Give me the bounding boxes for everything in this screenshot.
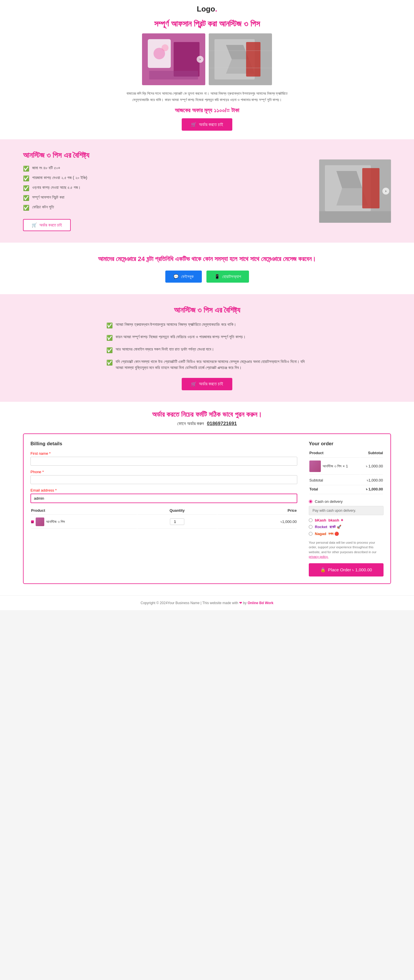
features-section: আনস্টিজ ৩ পিস এর বৈশিষ্ট্য ✅ জামা লং ৪৮ … <box>0 139 414 243</box>
feature-item-2: ✅ পায়জামা কাপড় দেওয়া ২.৫ গজ ( ২০ ইঞ্চ… <box>23 175 308 181</box>
billing-title: Billing details <box>30 441 297 447</box>
cod-radio[interactable] <box>309 500 312 503</box>
phone-label: Phone * <box>30 470 297 474</box>
hero-section: সম্পূর্ণ আফসান প্রিন্ট করা আনস্টিজ ৩ পিস… <box>0 16 414 139</box>
billing-product-row: × আনস্টিজ ৩ পিস ৳1,000.00 <box>31 515 297 529</box>
whatsapp-button[interactable]: 📱 হোয়াটসঅ্যাপ <box>206 270 249 283</box>
logo-dot: . <box>215 5 217 13</box>
order-product-row: আনস্টিজ ৩ পিস × 1 ৳ 1,000.00 <box>309 458 383 475</box>
payment-cod: Cash on delivery <box>309 500 384 504</box>
features2-order-button[interactable]: 🛒 অর্ডার করতে চাই <box>182 378 233 390</box>
total-label: Total <box>309 486 360 494</box>
payment-options: Cash on delivery Pay with cash upon deli… <box>309 500 384 536</box>
billing-price-col: Price <box>217 508 297 515</box>
phone-number: 01869721691 <box>207 421 237 426</box>
billing-section: Billing details First name * Phone * Ema… <box>30 441 297 576</box>
order-table: Product Subtotal <box>309 450 384 495</box>
offer-price: আজকের অফার মূল্য ১১০০/= টাকা <box>23 107 391 114</box>
privacy-link[interactable]: privacy policy. <box>309 555 328 558</box>
hero-title: সম্পূর্ণ আফসান প্রিন্ট করা আনস্টিজ ৩ পিস <box>23 19 391 29</box>
bkash-radio[interactable] <box>309 519 312 522</box>
features-left: আনস্টিজ ৩ পিস এর বৈশিষ্ট্য ✅ জামা লং ৪৮ … <box>23 151 308 231</box>
phone-input[interactable] <box>30 475 297 484</box>
check2-icon-3: ✅ <box>106 346 113 355</box>
features2-title: আনস্টিজ ৩ পিস এর বৈশিষ্ট্য <box>23 305 391 315</box>
check-icon-3: ✅ <box>23 185 29 191</box>
check2-icon-1: ✅ <box>106 321 113 330</box>
features-image: › <box>319 159 391 223</box>
hero-order-button[interactable]: 🛒 অর্ডার করতে চাই <box>182 118 233 130</box>
hero-image-right <box>209 33 272 85</box>
feature-item-3: ✅ ওড়নার কাপড় দেওয়া আছে ৫.৫ গজ। <box>23 185 308 191</box>
check-icon-5: ✅ <box>23 205 29 211</box>
rocket-label[interactable]: Rocket রকেট 🚀 <box>315 525 341 529</box>
total-row: Total ৳ 1,000.00 <box>309 486 383 494</box>
features2-item-1: ✅ আমরা নিজস্ব ত্রুয়াবদ্ধান উপনায়দপুরে … <box>106 321 308 330</box>
features-order-button[interactable]: 🛒 অর্ডার করতে চাই <box>23 219 71 231</box>
check-icon-4: ✅ <box>23 195 29 201</box>
billing-product-table: Product Quantity Price <box>30 508 297 529</box>
features2-item-3: ✅ আর আমাদের মোবাইল নম্বরে সকল দিনই হাত র… <box>106 346 308 355</box>
features-right: › <box>319 159 391 223</box>
nagad-radio[interactable] <box>309 532 312 536</box>
order-section: অর্ডার করতে নিচের ফর্মটি সঠিক ভাবে পুরন … <box>0 402 414 595</box>
first-name-label: First name * <box>30 451 297 456</box>
svg-rect-5 <box>149 71 198 80</box>
nagad-logo-icon: নগদ 🔴 <box>328 531 339 536</box>
bkash-label[interactable]: bKash bkash ✦ <box>315 518 344 522</box>
hero-images: › <box>23 33 391 85</box>
payment-nagad: Nagad নগদ 🔴 <box>309 531 384 536</box>
footer: Copyright © 2024Your Business Name | Thi… <box>0 595 414 610</box>
footer-brand[interactable]: Online Bd Work <box>247 601 273 605</box>
payment-rocket: Rocket রকেট 🚀 <box>309 525 384 529</box>
cod-label[interactable]: Cash on delivery <box>315 500 343 504</box>
hero-image-right-placeholder <box>209 33 272 85</box>
features-carousel-right-arrow[interactable]: › <box>382 188 389 194</box>
subtotal-label: Subtotal <box>309 475 360 485</box>
place-order-button[interactable]: 🔒 Place Order ৳ 1,000.00 <box>309 563 384 576</box>
hero-image-left-placeholder <box>142 33 205 85</box>
payment-bkash: bKash bkash ✦ <box>309 518 384 522</box>
order-form-container: Billing details First name * Phone * Ema… <box>23 433 391 584</box>
rocket-radio[interactable] <box>309 525 312 529</box>
check-icon-2: ✅ <box>23 175 29 181</box>
footer-love: ❤ <box>239 601 242 605</box>
quantity-input[interactable] <box>170 519 184 525</box>
billing-product-thumb <box>36 517 44 526</box>
order-subtotal-col-header: Subtotal <box>360 451 383 458</box>
hero-carousel-right-arrow[interactable]: › <box>197 56 203 63</box>
svg-rect-17 <box>362 168 379 208</box>
features2-item-4: ✅ যদি প্রোডাক্টে কোন সমস্যা থাকে উড প্রো… <box>106 359 308 371</box>
order-form-grid: Billing details First name * Phone * Ema… <box>30 441 384 576</box>
cart-icon: 🛒 <box>191 122 197 127</box>
order-product-name: আনস্টিজ ৩ পিস × 1 <box>309 458 360 475</box>
svg-point-3 <box>162 45 168 51</box>
logo-bar: Logo. <box>0 0 414 16</box>
feature-item-5: ✅ ফেরিচা কটন সুতি <box>23 205 308 211</box>
features2-section: আনস্টিজ ৩ পিস এর বৈশিষ্ট্য ✅ আমরা নিজস্ব… <box>0 294 414 402</box>
footer-by: by <box>243 601 247 605</box>
cta-buttons: 💬 ফেইসবুক 📱 হোয়াটসঅ্যাপ <box>23 270 391 283</box>
cta-title: আমাদের মেসেন্ঞারে 24 ঘন্টা প্রতিনিধি একট… <box>23 254 391 264</box>
billing-product-name: × আনস্টিজ ৩ পিস <box>31 515 137 529</box>
billing-remove-icon[interactable]: × <box>31 520 34 523</box>
subtotal-value: ৳1,000.00 <box>360 475 383 485</box>
messenger-icon: 💬 <box>173 274 179 279</box>
cart-icon-features2: 🛒 <box>191 381 197 387</box>
email-input[interactable] <box>30 493 297 503</box>
first-name-group: First name * <box>30 451 297 466</box>
facebook-button[interactable]: 💬 ফেইসবুক <box>165 270 202 283</box>
logo-text: Logo. <box>197 5 217 13</box>
features-title: আনস্টিজ ৩ পিস এর বৈশিষ্ট্য <box>23 151 308 160</box>
whatsapp-icon: 📱 <box>214 274 220 279</box>
billing-price-cell: ৳1,000.00 <box>217 515 297 529</box>
order-product-text: আনস্টিজ ৩ পিস × 1 <box>323 464 348 469</box>
svg-rect-10 <box>246 42 260 76</box>
first-name-input[interactable] <box>30 457 297 466</box>
email-label: Email address * <box>30 488 297 492</box>
nagad-label[interactable]: Nagad নগদ 🔴 <box>315 531 339 536</box>
total-value: ৳ 1,000.00 <box>360 486 383 494</box>
privacy-text: Your personal data will be used to proce… <box>309 540 384 559</box>
feature-item-4: ✅ সম্পূর্ণ আফসান প্রিন্ট করা <box>23 195 308 201</box>
cart-icon-features: 🛒 <box>32 223 37 228</box>
